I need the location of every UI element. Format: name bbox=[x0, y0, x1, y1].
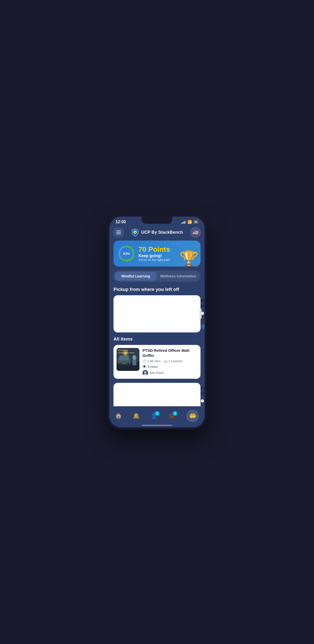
pickup-progress-pct: 117% bbox=[201, 318, 205, 322]
logo-area: ★ UCP By StackBench bbox=[131, 228, 183, 236]
course-title-1: PTSD-Retired Officer Matt Griffin bbox=[142, 348, 197, 358]
author-avatar-1 bbox=[142, 370, 148, 376]
phone-frame: 12:00 📶 33 bbox=[107, 215, 207, 429]
nav-briefcase[interactable]: 💼 1 bbox=[168, 413, 175, 419]
pickup-section-title: Pickup from where you left off bbox=[113, 287, 201, 292]
svg-point-11 bbox=[119, 363, 122, 366]
nav-wellness[interactable]: 🤲 bbox=[186, 410, 199, 422]
pickup-course-card[interactable]: TSD PTSD Early Signs Podcast 🕐 9.5 bbox=[113, 295, 201, 332]
course-card-2[interactable]: TSD PTSD Early Signs Podcast 🕐 9.57 mins bbox=[113, 383, 201, 406]
book-icon-1: 📖 bbox=[164, 359, 167, 363]
pickup-progress-bar: 117% bbox=[201, 318, 205, 322]
svg-point-12 bbox=[126, 363, 130, 366]
trophy-icon: 🏆 bbox=[179, 251, 198, 267]
bell-icon: 🔔 bbox=[133, 413, 140, 419]
svg-text:★: ★ bbox=[134, 231, 136, 234]
pickup-author-row: 👤 Anoop Menon bbox=[201, 324, 205, 329]
author-row-1: Ken Schul bbox=[142, 370, 197, 376]
progress-label: 63% bbox=[123, 252, 130, 256]
course-thumbnail-1: flashbacksa traumatic event bbox=[117, 348, 139, 371]
home-icon: 🏠 bbox=[115, 413, 122, 419]
nav-home[interactable]: 🏠 bbox=[115, 413, 122, 419]
eye-icon-1: 👁 bbox=[142, 365, 147, 369]
nav-profile[interactable]: 👤 1 bbox=[151, 413, 158, 419]
header: ★ UCP By StackBench 🇺🇸 bbox=[109, 225, 205, 241]
banner-decoration: ✦ ✧ ✦ bbox=[173, 243, 180, 245]
pickup-author-avatar: 👤 bbox=[201, 324, 205, 329]
course-info-1: PTSD-Retired Officer Matt Griffin 🕐 3.48… bbox=[142, 348, 197, 376]
course-title-2: PTSD Early Signs Podcast bbox=[201, 386, 205, 396]
status-time: 12:00 bbox=[116, 220, 126, 224]
battery-icon: 33 bbox=[193, 220, 198, 224]
all-items-title: All items bbox=[113, 337, 201, 342]
tab-wellness-information[interactable]: Wellness Information bbox=[157, 272, 199, 281]
hamburger-icon bbox=[116, 231, 121, 234]
lessons-1: 📖 1 Lessons bbox=[164, 359, 182, 363]
notch bbox=[142, 217, 172, 224]
pickup-course-title: PTSD Early Signs Podcast bbox=[201, 298, 205, 308]
phone-screen: 12:00 📶 33 bbox=[109, 217, 205, 427]
wifi-icon: 📶 bbox=[188, 220, 192, 224]
views-row-1: 👁 3 views bbox=[142, 365, 197, 369]
card-scroll-notch bbox=[199, 309, 202, 319]
flag-icon: 🇺🇸 bbox=[192, 229, 199, 235]
course-info-2: PTSD Early Signs Podcast 🕐 9.57 mins 📖 3… bbox=[201, 386, 205, 406]
bottom-nav: 🏠 🔔 👤 1 💼 1 🤲 bbox=[109, 406, 205, 427]
course-meta-2: 🕐 9.57 mins 📖 3 Lessons bbox=[201, 397, 205, 404]
course-meta-1: 🕐 3.48 mins 📖 1 Lessons bbox=[142, 359, 197, 363]
course-card-1[interactable]: flashbacksa traumatic event bbox=[113, 345, 201, 379]
tab-mindful-learning[interactable]: Mindful Learning bbox=[115, 272, 157, 281]
svg-rect-14 bbox=[132, 360, 136, 365]
main-content: 63% 70 Points Keep going! You're on the … bbox=[109, 241, 205, 406]
home-indicator bbox=[142, 425, 172, 426]
briefcase-badge: 1 bbox=[173, 411, 177, 416]
views-text-1: 3 views bbox=[148, 365, 158, 369]
svg-rect-10 bbox=[119, 356, 129, 360]
menu-button[interactable] bbox=[113, 227, 124, 237]
nav-notifications[interactable]: 🔔 bbox=[133, 413, 140, 419]
clock-icon-1: 🕐 bbox=[142, 359, 146, 363]
points-banner[interactable]: 63% 70 Points Keep going! You're on the … bbox=[113, 241, 201, 267]
svg-point-18 bbox=[144, 371, 146, 373]
clock-icon-2: 🕐 bbox=[201, 399, 204, 403]
progress-circle: 63% bbox=[118, 245, 135, 262]
hands-icon: 🤲 bbox=[189, 413, 196, 419]
duration-2: 🕐 9.57 mins bbox=[201, 397, 205, 404]
signal-icon bbox=[181, 220, 186, 224]
shield-logo-icon: ★ bbox=[131, 228, 139, 236]
thumb-overlay-text: flashbacksa traumatic event bbox=[118, 349, 134, 354]
duration-1: 🕐 3.48 mins bbox=[142, 359, 161, 363]
author-name-1: Ken Schul bbox=[150, 371, 164, 375]
wellness-button[interactable]: 🤲 bbox=[186, 410, 199, 422]
status-icons: 📶 33 bbox=[181, 220, 198, 224]
author-icon-1 bbox=[142, 370, 148, 376]
app-title: UCP By StackBench bbox=[141, 230, 183, 235]
points-number: 70 Points bbox=[138, 245, 170, 254]
tabs: Mindful Learning Wellness Information bbox=[113, 271, 201, 282]
flag-button[interactable]: 🇺🇸 bbox=[190, 227, 201, 237]
profile-badge: 1 bbox=[155, 411, 160, 416]
svg-point-13 bbox=[132, 355, 136, 360]
